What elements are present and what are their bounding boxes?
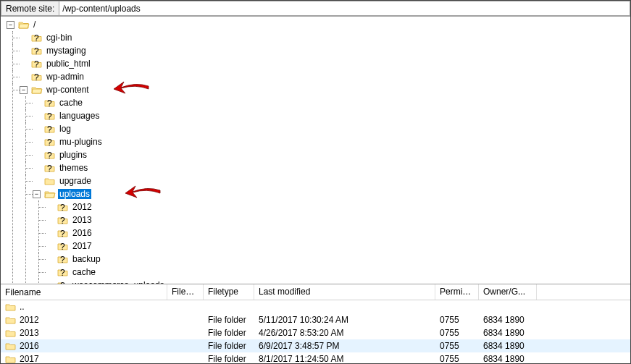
tree-node-label: uploads	[58, 189, 91, 199]
address-bar: Remote site:	[1, 1, 630, 17]
folder-unknown-icon	[57, 254, 69, 264]
col-filename[interactable]: Filename	[1, 284, 167, 300]
tree-item[interactable]: backup	[46, 253, 630, 266]
folder-unknown-icon	[44, 124, 56, 134]
tree-item[interactable]: cache	[33, 96, 630, 109]
folder-unknown-icon	[31, 59, 43, 69]
tree-item[interactable]: themes	[33, 161, 630, 174]
tree-item[interactable]: 2017	[46, 240, 630, 253]
folder-unknown-icon	[44, 137, 56, 147]
remote-site-label: Remote site:	[1, 1, 59, 16]
col-filesize[interactable]: Filesize	[167, 284, 204, 300]
folder-unknown-icon	[57, 202, 69, 212]
tree-item[interactable]: 2016	[46, 227, 630, 240]
collapse-icon[interactable]: −	[20, 86, 28, 94]
tree-item[interactable]: mu-plugins	[33, 135, 630, 148]
folder-icon	[5, 341, 17, 351]
tree-item[interactable]: mystaging	[20, 44, 630, 57]
list-row[interactable]: 2017 File folder 8/1/2017 11:24:50 AM 07…	[1, 352, 630, 364]
tree-item[interactable]: cgi-bin	[20, 31, 630, 44]
folder-open-icon	[44, 189, 56, 199]
tree-item[interactable]: 2013	[46, 213, 630, 227]
tree-item[interactable]: upgrade	[33, 174, 630, 187]
folder-icon	[44, 176, 56, 186]
collapse-icon[interactable]: −	[33, 190, 41, 198]
list-row[interactable]: 2012 File folder 5/11/2017 10:30:24 AM 0…	[1, 313, 630, 326]
remote-path-input[interactable]	[59, 1, 630, 16]
tree-node-label: /	[32, 20, 37, 30]
list-row[interactable]: 2016 File folder 6/9/2017 3:48:57 PM 075…	[1, 339, 630, 352]
remote-tree-pane[interactable]: − / cgi-bin mystaging public_html wp-adm…	[1, 17, 630, 284]
col-filetype[interactable]: Filetype	[204, 284, 254, 300]
folder-unknown-icon	[57, 241, 69, 251]
folder-unknown-icon	[44, 98, 56, 108]
col-permissions[interactable]: Permissi...	[435, 284, 479, 300]
folder-icon	[5, 315, 17, 325]
folder-unknown-icon	[57, 215, 69, 225]
folder-unknown-icon	[57, 280, 69, 284]
folder-icon	[5, 302, 17, 312]
tree-item[interactable]: wp-admin	[20, 70, 630, 83]
tree-item[interactable]: plugins	[33, 148, 630, 161]
tree-item-wp-content[interactable]: − wp-content	[20, 83, 630, 96]
tree-item[interactable]: woocommerce_uploads	[46, 279, 630, 284]
folder-unknown-icon	[31, 33, 43, 43]
folder-open-icon	[18, 20, 30, 30]
folder-icon	[5, 328, 17, 338]
file-list-body: .. 2012 File folder 5/11/2017 10:30:24 A…	[1, 300, 630, 364]
folder-unknown-icon	[57, 228, 69, 238]
folder-unknown-icon	[44, 150, 56, 160]
folder-unknown-icon	[31, 72, 43, 82]
folder-icon	[5, 354, 17, 364]
col-modified[interactable]: Last modified	[254, 284, 435, 300]
folder-unknown-icon	[44, 163, 56, 173]
folder-unknown-icon	[44, 111, 56, 121]
tree-item[interactable]: 2012	[46, 200, 630, 213]
file-list-header: Filename Filesize Filetype Last modified…	[1, 284, 630, 300]
col-owner[interactable]: Owner/G...	[479, 284, 537, 300]
collapse-icon[interactable]: −	[7, 21, 14, 29]
tree-item[interactable]: cache	[46, 266, 630, 279]
tree-item[interactable]: public_html	[20, 57, 630, 70]
folder-unknown-icon	[31, 46, 43, 56]
tree-root[interactable]: − /	[7, 18, 630, 31]
tree-item-uploads[interactable]: − uploads	[33, 187, 630, 200]
tree-root-children: cgi-bin mystaging public_html wp-admin −…	[7, 31, 630, 284]
folder-unknown-icon	[57, 267, 69, 277]
tree-node-label: wp-content	[45, 85, 91, 95]
list-row-parent[interactable]: ..	[1, 300, 630, 313]
folder-open-icon	[31, 85, 43, 95]
list-row[interactable]: 2013 File folder 4/26/2017 8:53:20 AM 07…	[1, 326, 630, 339]
tree-item[interactable]: languages	[33, 109, 630, 122]
tree-item[interactable]: log	[33, 122, 630, 135]
